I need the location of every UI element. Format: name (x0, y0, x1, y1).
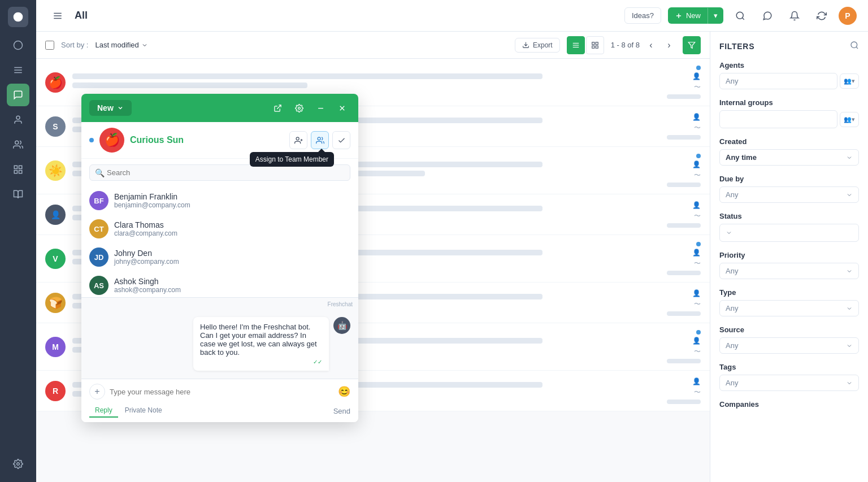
tags-select[interactable]: Any (719, 375, 859, 391)
sidebar-item-teams[interactable] (7, 133, 29, 156)
member-name: Johny Den (114, 249, 179, 258)
close-icon[interactable] (333, 99, 350, 116)
member-avatar: CT (89, 219, 108, 238)
feedback-icon-btn[interactable] (757, 6, 778, 26)
list-view-btn[interactable] (567, 36, 585, 54)
list-item[interactable]: JD Johny Den johny@company.com (81, 243, 358, 271)
sidebar-item-contacts[interactable] (7, 108, 29, 131)
message-input[interactable] (110, 388, 333, 396)
sort-value[interactable]: Last modified (95, 41, 147, 49)
activity-icon: 〜 (694, 171, 701, 180)
meta-skeleton (667, 223, 701, 228)
agents-select[interactable]: Any (719, 73, 837, 89)
source-label: Source (719, 325, 859, 334)
contact-header: 🍎 Curious Sun Assign to Team Member (81, 122, 358, 159)
groups-extra-btn[interactable]: 👥▾ (840, 112, 859, 127)
person-icon: 👤 (692, 337, 701, 345)
type-select[interactable]: Any (719, 300, 859, 316)
bot-message: Hello there! I'm the Freshchat bot. Can … (89, 317, 350, 371)
svg-line-28 (277, 105, 281, 108)
sidebar-item-menu[interactable] (7, 59, 29, 81)
sidebar-item-knowledge[interactable] (7, 183, 29, 206)
attach-button[interactable]: + (89, 384, 105, 400)
refresh-icon-btn[interactable] (811, 6, 832, 26)
priority-select[interactable]: Any (719, 263, 859, 279)
svg-point-6 (15, 141, 19, 144)
status-label: New (97, 103, 114, 112)
filter-source: Source Any (719, 325, 859, 354)
svg-point-37 (851, 42, 857, 48)
unread-dot (696, 242, 701, 246)
next-page-btn[interactable]: › (662, 38, 676, 52)
due-by-select[interactable]: Any (719, 186, 859, 203)
top-header: All Ideas? New ▾ P (36, 0, 868, 32)
source-select[interactable]: Any (719, 337, 859, 354)
chat-area: Freshchat Hello there! I'm the Freshchat… (81, 297, 358, 379)
conv-meta: 👤 〜 (667, 201, 701, 228)
svg-point-1 (14, 41, 23, 50)
meta-skeleton (667, 400, 701, 404)
filter-panel-btn[interactable] (683, 36, 701, 54)
notifications-icon-btn[interactable] (784, 6, 805, 26)
conv-meta: 👤 〜 (667, 154, 701, 187)
list-item[interactable]: BF Benjamin Franklin benjamin@company.co… (81, 186, 358, 215)
created-select[interactable]: Any time (719, 149, 859, 166)
send-button[interactable]: Send (333, 407, 350, 415)
sidebar-logo[interactable] (8, 7, 28, 27)
external-link-icon[interactable] (269, 99, 286, 116)
prev-page-btn[interactable]: ‹ (644, 38, 658, 52)
conv-meta: 👤 〜 (667, 289, 701, 316)
user-avatar[interactable]: P (839, 7, 857, 25)
sidebar-item-settings[interactable] (7, 453, 29, 475)
due-by-label: Due by (719, 175, 859, 183)
reply-tab[interactable]: Reply (89, 404, 118, 418)
activity-icon: 〜 (694, 347, 701, 357)
emoji-button[interactable]: 😊 (338, 385, 350, 398)
status-button[interactable]: New (89, 100, 132, 116)
search-input[interactable] (89, 164, 350, 181)
assign-team-btn[interactable]: Assign to Team Member (311, 131, 329, 149)
sidebar-item-home[interactable] (7, 34, 29, 57)
svg-rect-10 (14, 171, 17, 173)
internal-groups-select[interactable] (719, 110, 837, 128)
assign-actions: Assign to Team Member (289, 131, 350, 149)
activity-icon: 〜 (694, 299, 701, 309)
list-item[interactable]: AS Ashok Singh ashok@company.com (81, 271, 358, 297)
ideas-button[interactable]: Ideas? (624, 7, 661, 24)
person-icon: 👤 (692, 289, 701, 297)
svg-rect-9 (19, 171, 22, 173)
private-note-tab[interactable]: Private Note (119, 404, 168, 418)
pagination: 1 - 8 of 8 ‹ › (611, 38, 676, 52)
agents-extra-btn[interactable]: 👥▾ (840, 73, 859, 89)
contact-name: Curious Sun (130, 135, 284, 145)
settings-icon[interactable] (290, 99, 307, 116)
assign-agent-btn[interactable] (289, 131, 307, 149)
new-button-dropdown[interactable]: ▾ (708, 7, 723, 24)
meta-skeleton (667, 311, 701, 316)
list-item[interactable]: CT Clara Thomas clara@company.com (81, 215, 358, 243)
filter-search-btn[interactable] (850, 41, 859, 52)
avatar: 🍞 (45, 293, 66, 313)
hamburger-icon[interactable] (47, 6, 68, 26)
minimize-icon[interactable] (312, 99, 329, 116)
status-select[interactable] (719, 224, 859, 242)
companies-label: Companies (719, 400, 859, 409)
confirm-assign-btn[interactable] (332, 131, 350, 149)
conv-meta: 👤 〜 (667, 66, 701, 99)
meta-skeleton (667, 359, 701, 363)
export-button[interactable]: Export (515, 38, 560, 53)
sidebar-item-conversations[interactable] (7, 84, 29, 106)
select-all-checkbox[interactable] (45, 41, 54, 50)
reply-input-row: + 😊 (89, 384, 350, 400)
filter-priority: Priority Any (719, 251, 859, 279)
search-icon-btn[interactable] (730, 6, 750, 26)
check-mark: ✓✓ (200, 359, 322, 365)
svg-rect-26 (592, 46, 594, 48)
svg-point-29 (298, 107, 300, 109)
filter-due-by: Due by Any (719, 175, 859, 203)
svg-rect-8 (19, 166, 22, 168)
sidebar-item-reports[interactable] (7, 158, 29, 181)
filters-title: FILTERS (719, 42, 754, 51)
new-button[interactable]: New (668, 7, 708, 24)
grid-view-btn[interactable] (586, 36, 604, 54)
